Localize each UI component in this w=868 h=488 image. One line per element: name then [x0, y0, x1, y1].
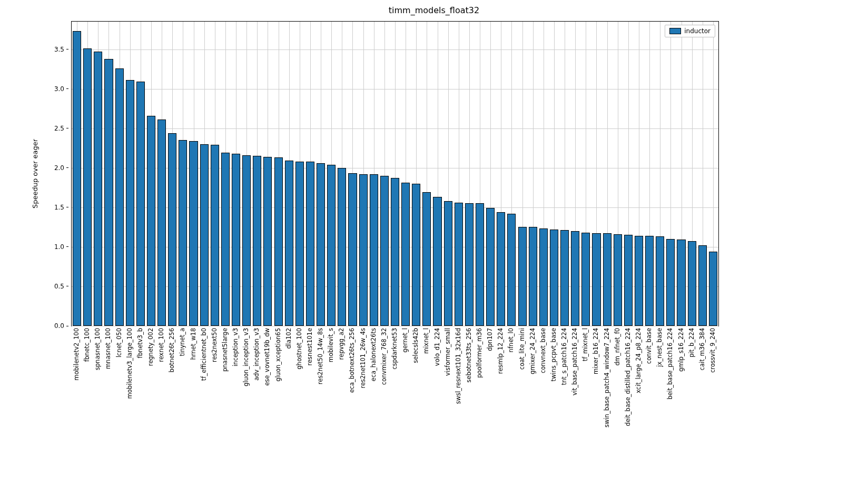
bar — [465, 203, 474, 326]
bar — [592, 233, 600, 326]
x-tick-label: inception_v3 — [232, 326, 239, 366]
x-tick-label: eca_halonext26ts — [370, 326, 377, 381]
x-tick-label: ese_vovnet19b_dw — [263, 326, 271, 386]
x-tick-label: poolformer_m36 — [476, 326, 483, 378]
bar — [645, 236, 654, 326]
bar — [168, 133, 176, 326]
x-tick-label: beit_base_patch16_224 — [666, 326, 674, 400]
x-tick-label: dla102 — [285, 326, 292, 349]
bar — [486, 208, 495, 326]
bar — [624, 235, 633, 326]
x-tick-label: adv_inception_v3 — [253, 326, 260, 381]
bar — [709, 252, 717, 326]
x-tick-label: gmixer_24_224 — [529, 326, 536, 374]
x-tick-label: gluon_xception65 — [274, 326, 282, 382]
bar — [603, 233, 611, 326]
x-tick-label: res2next50 — [211, 326, 218, 362]
x-tick-label: pit_b_224 — [688, 326, 695, 357]
bar — [614, 234, 622, 326]
x-tick-label: res2net50_14w_8s — [317, 326, 324, 384]
bar — [263, 157, 272, 326]
x-tick-label: mixnet_l — [422, 326, 430, 354]
legend-label: inductor — [684, 27, 711, 35]
x-tick-label: convit_base — [645, 326, 653, 364]
x-tick-label: tf_mixnet_l — [581, 326, 589, 361]
x-tick-label: convmixer_768_32 — [380, 326, 388, 385]
x-tick-label: cspdarknet53 — [391, 326, 398, 370]
bar — [338, 168, 346, 326]
bar — [497, 212, 505, 326]
x-tick-label: mobilevit_s — [327, 326, 334, 362]
bars-container — [72, 22, 718, 326]
bar — [412, 184, 420, 326]
bar — [327, 165, 336, 326]
x-tick-label: tf_efficientnet_b0 — [200, 326, 208, 381]
y-tick-label: 2.0 — [54, 164, 72, 172]
bar — [635, 236, 643, 326]
bar — [518, 227, 527, 326]
bar — [677, 240, 685, 326]
bar — [476, 203, 484, 326]
bar — [560, 230, 569, 326]
bar — [656, 236, 664, 326]
bar — [221, 153, 230, 326]
bar — [157, 119, 166, 326]
plot-area: Speedup over eager inductor 0.00.51.01.5… — [71, 21, 719, 326]
x-tick-label: regnety_002 — [147, 326, 154, 366]
x-tick-label: resmlp_12_224 — [497, 326, 504, 374]
x-tick-label: tnt_s_patch16_224 — [560, 326, 568, 385]
bar — [73, 31, 81, 326]
bar — [136, 82, 145, 326]
bar — [529, 227, 537, 326]
bar — [317, 163, 325, 326]
bar — [242, 155, 251, 326]
y-tick-label: 1.5 — [54, 204, 72, 211]
chart-figure: timm_models_float32 Speedup over eager i… — [0, 0, 868, 488]
x-tick-label: fbnetv3_b — [136, 326, 144, 358]
bar — [115, 68, 124, 326]
y-tick-label: 0.5 — [54, 283, 72, 290]
x-tick-label: swin_base_patch4_window7_224 — [603, 326, 610, 427]
bar — [306, 162, 314, 326]
legend: inductor — [665, 25, 715, 37]
y-tick-label: 3.0 — [54, 85, 72, 93]
y-tick-label: 2.5 — [54, 125, 72, 132]
x-tick-label: pnasnet5large — [221, 326, 229, 372]
y-tick-label: 0.0 — [54, 322, 72, 330]
y-tick-label: 1.0 — [54, 243, 72, 251]
bar — [391, 178, 399, 326]
bar — [94, 52, 102, 326]
x-tick-label: nfnet_l0 — [507, 326, 515, 352]
x-tick-label: mobilenetv2_100 — [73, 326, 80, 381]
x-tick-label: gmlp_s16_224 — [677, 326, 685, 372]
bar — [370, 174, 378, 326]
x-tick-label: volo_d1_224 — [433, 326, 441, 366]
bar — [698, 245, 707, 326]
bar — [189, 141, 198, 326]
bar — [253, 156, 261, 326]
bar — [444, 201, 452, 326]
x-tick-label: xcit_large_24_p8_224 — [635, 326, 642, 393]
x-tick-label: mobilenetv3_large_100 — [126, 326, 133, 399]
x-tick-label: rexnet_100 — [157, 326, 165, 362]
bar — [147, 116, 155, 326]
bar — [380, 176, 389, 326]
y-tick-label: 3.5 — [54, 46, 72, 53]
bar — [539, 228, 548, 326]
x-tick-label: ghostnet_100 — [295, 326, 303, 370]
x-tick-label: vit_base_patch16_224 — [571, 326, 578, 395]
bar — [359, 174, 368, 326]
x-tick-label: mixer_b16_224 — [592, 326, 599, 374]
bar — [83, 48, 92, 326]
x-tick-label: resnest101e — [306, 326, 313, 365]
x-tick-label: hrnet_w18 — [190, 326, 197, 360]
x-tick-label: convnext_base — [539, 326, 547, 373]
x-tick-label: gernet_l — [401, 326, 409, 353]
bar — [666, 239, 675, 326]
bar — [274, 157, 283, 326]
x-tick-label: tinynet_a — [179, 326, 186, 356]
bar — [507, 214, 516, 326]
x-tick-label: botnet26t_256 — [168, 326, 175, 373]
x-tick-label: coat_lite_mini — [518, 326, 526, 370]
x-tick-label: crossvit_9_240 — [709, 326, 716, 373]
